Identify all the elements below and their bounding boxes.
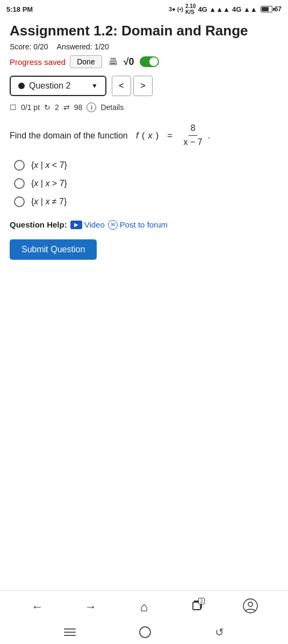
radio-circle-2 — [14, 178, 25, 189]
function-name: f — [136, 128, 139, 143]
ham-line-3 — [64, 635, 76, 636]
back-icon: ← — [32, 600, 44, 614]
tab-icon: 2 — [191, 599, 204, 615]
forum-link[interactable]: ✉ Post to forum — [108, 220, 168, 230]
bottom-nav-bottom: ↺ — [0, 623, 288, 644]
radio-circle-3 — [14, 196, 25, 207]
sqrt-icon[interactable]: √0 — [124, 56, 134, 68]
signal-indicator: 3● (•) — [169, 6, 183, 12]
option-2-text: {x | x > 7} — [31, 179, 67, 188]
data-speed: 2.10K/S — [185, 3, 196, 15]
hamburger-icon[interactable] — [64, 628, 76, 636]
forward-icon: → — [85, 600, 97, 614]
score-line: Score: 0/20 Answered: 1/20 — [10, 42, 278, 51]
main-content: Assignment 1.2: Domain and Range Score: … — [0, 17, 288, 270]
profile-button[interactable] — [240, 596, 261, 618]
question-body: Find the domain of the function f(x) = 8… — [10, 123, 278, 148]
home-icon: ⌂ — [140, 599, 148, 614]
prev-question-button[interactable]: < — [112, 76, 131, 96]
question-text: Find the domain of the function — [10, 131, 128, 140]
points-value: 0/1 pt — [21, 103, 40, 112]
fraction-numerator: 8 — [189, 123, 197, 136]
nav-buttons: < > — [112, 76, 153, 96]
next-question-button[interactable]: > — [133, 76, 153, 96]
print-icon[interactable]: 🖶 — [109, 56, 118, 68]
status-icons: 3● (•) 2.10K/S 4G ▲▲▲ 4G ▲▲ 67 — [169, 3, 282, 15]
video-icon: ▶ — [70, 221, 82, 229]
details-label: Details — [100, 103, 124, 112]
forum-icon: ✉ — [108, 220, 118, 230]
page-title: Assignment 1.2: Domain and Range — [10, 23, 278, 39]
battery-level: 67 — [275, 5, 282, 13]
help-label: Question Help: — [10, 220, 67, 229]
fraction-display: 8 x − 7 — [184, 123, 203, 148]
redo-icon: ⇄ — [63, 103, 70, 112]
status-bar: 5:18 PM 3● (•) 2.10K/S 4G ▲▲▲ 4G ▲▲ 67 — [0, 0, 288, 17]
ham-line-2 — [64, 632, 76, 633]
ham-line-1 — [64, 628, 76, 630]
home-button[interactable]: ⌂ — [133, 596, 155, 618]
refresh-icon[interactable]: ↺ — [215, 626, 224, 639]
function-var: x — [148, 128, 153, 143]
profile-icon — [243, 598, 258, 616]
question-label: Question 2 — [29, 81, 70, 91]
question-help: Question Help: ▶ Video ✉ Post to forum — [10, 220, 278, 230]
circle-icon[interactable] — [139, 626, 151, 638]
video-label: Video — [84, 220, 105, 229]
radio-circle-1 — [14, 160, 25, 171]
radio-options: {x | x < 7} {x | x > 7} {x | x ≠ 7} — [10, 160, 278, 207]
info-icon[interactable]: i — [87, 103, 96, 112]
option-3[interactable]: {x | x ≠ 7} — [14, 196, 278, 207]
forward-button[interactable]: → — [80, 596, 102, 618]
option-2[interactable]: {x | x > 7} — [14, 178, 278, 189]
signal-bars-2: 4G ▲▲ — [232, 5, 257, 13]
redo-count: 98 — [74, 103, 83, 112]
progress-line: Progress saved Done 🖶 √0 — [10, 55, 278, 68]
points-line: ☐ 0/1 pt ↻ 2 ⇄ 98 i Details — [10, 103, 278, 112]
answered: Answered: 1/20 — [57, 42, 109, 51]
bottom-nav-top: ← → ⌂ 2 — [0, 591, 288, 623]
question-selector-row: Question 2 ▼ < > — [10, 76, 278, 96]
forum-label: Post to forum — [120, 220, 168, 229]
question-dot — [18, 83, 25, 89]
toolbar-icons: 🖶 √0 — [109, 56, 159, 68]
back-button[interactable]: ← — [27, 596, 48, 618]
option-1-text: {x | x < 7} — [31, 160, 67, 170]
option-3-text: {x | x ≠ 7} — [31, 197, 67, 207]
bottom-nav: ← → ⌂ 2 — [0, 590, 288, 644]
score: Score: 0/20 — [10, 42, 48, 51]
svg-point-2 — [248, 602, 253, 606]
toggle-switch[interactable] — [140, 56, 159, 67]
submit-question-button[interactable]: Submit Question — [10, 239, 97, 260]
fraction-denominator: x − 7 — [184, 136, 203, 148]
question-dropdown[interactable]: Question 2 ▼ — [10, 76, 106, 96]
time: 5:18 PM — [6, 5, 33, 13]
progress-saved: Progress saved — [10, 57, 66, 67]
tab-badge: 2 — [198, 598, 205, 604]
checkbox-icon: ☐ — [10, 103, 17, 112]
undo-icon: ↻ — [44, 103, 51, 112]
undo-count: 2 — [55, 103, 59, 112]
equals-sign: = — [167, 128, 172, 143]
battery-icon — [261, 6, 272, 12]
toggle-knob — [149, 57, 158, 66]
chevron-down-icon: ▼ — [91, 82, 98, 90]
tabs-button[interactable]: 2 — [186, 596, 208, 618]
done-button[interactable]: Done — [70, 55, 102, 68]
signal-bars: 4G ▲▲▲ — [198, 5, 230, 13]
option-1[interactable]: {x | x < 7} — [14, 160, 278, 171]
video-link[interactable]: ▶ Video — [70, 220, 105, 229]
function-display: f(x) = 8 x − 7 . — [130, 123, 210, 148]
